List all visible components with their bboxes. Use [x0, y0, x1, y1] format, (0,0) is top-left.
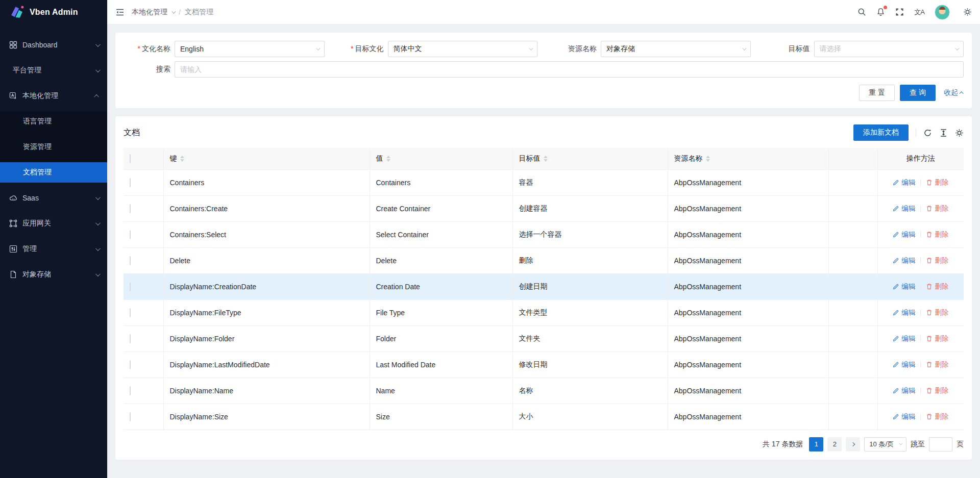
breadcrumb-parent[interactable]: 本地化管理	[132, 8, 167, 17]
reset-button[interactable]: 重 置	[859, 85, 895, 101]
row-checkbox[interactable]	[130, 308, 131, 317]
notification-bell-icon[interactable]	[876, 8, 885, 16]
table-row[interactable]: Containers Containers 容器 AbpOssManagemen…	[124, 169, 964, 195]
avatar[interactable]	[935, 5, 950, 20]
row-checkbox[interactable]	[130, 230, 131, 239]
collapse-sidebar-icon[interactable]	[115, 8, 125, 17]
cell-key: DisplayName:FileType	[163, 299, 370, 325]
row-height-icon[interactable]	[939, 129, 948, 137]
sidebar-item-label: Dashboard	[22, 41, 95, 49]
delete-link[interactable]: 删除	[926, 230, 948, 239]
row-checkbox[interactable]	[130, 360, 131, 369]
page-size-value: 10 条/页	[869, 440, 894, 449]
edit-link[interactable]: 编辑	[893, 178, 915, 187]
sidebar-item-management[interactable]: 管理	[0, 239, 107, 259]
sort-icon[interactable]	[386, 156, 390, 162]
row-checkbox[interactable]	[130, 178, 131, 187]
table-row[interactable]: DisplayName:FileType File Type 文件类型 AbpO…	[124, 299, 964, 325]
edit-link[interactable]: 编辑	[893, 282, 915, 291]
table-row[interactable]: DisplayName:LastModifiedDate Last Modifi…	[124, 351, 964, 378]
sort-icon[interactable]	[544, 156, 548, 162]
row-checkbox[interactable]	[130, 282, 131, 291]
edit-link[interactable]: 编辑	[893, 256, 915, 265]
page-button-1[interactable]: 1	[809, 437, 823, 451]
query-button[interactable]: 查 询	[900, 85, 936, 101]
table-row[interactable]: DisplayName:CreationDate Creation Date 创…	[124, 273, 964, 299]
delete-link[interactable]: 删除	[926, 386, 948, 395]
culture-select[interactable]: English	[175, 41, 325, 57]
jump-page-input[interactable]	[929, 437, 952, 451]
translate-icon[interactable]: 文A	[914, 8, 924, 17]
row-checkbox[interactable]	[130, 412, 131, 421]
page-button-2[interactable]: 2	[827, 437, 842, 451]
sliders-icon	[9, 245, 17, 253]
edit-link[interactable]: 编辑	[893, 386, 915, 395]
delete-link[interactable]: 删除	[926, 360, 948, 369]
table-settings-gear-icon[interactable]	[955, 129, 964, 137]
target-value-select[interactable]: 请选择	[814, 41, 964, 57]
table-row[interactable]: DisplayName:Size Size 大小 AbpOssManagemen…	[124, 404, 964, 430]
sidebar-item-localization[interactable]: 本地化管理	[0, 86, 107, 106]
column-header-target[interactable]: 目标值	[512, 148, 668, 169]
column-header-value[interactable]: 值	[370, 148, 512, 169]
sort-icon[interactable]	[706, 156, 710, 162]
refresh-icon[interactable]	[923, 129, 932, 137]
sidebar-item-label: 本地化管理	[22, 91, 95, 100]
row-checkbox-cell	[124, 404, 163, 430]
chevron-right-icon	[851, 442, 855, 446]
table-row[interactable]: DisplayName:Name Name 名称 AbpOssManagemen…	[124, 378, 964, 404]
sidebar-item-dashboard[interactable]: Dashboard	[0, 35, 107, 55]
pencil-icon	[893, 309, 899, 316]
trash-icon	[926, 179, 933, 186]
edit-link[interactable]: 编辑	[893, 204, 915, 213]
target-culture-field: *目标文化 简体中文	[337, 41, 538, 57]
search-input[interactable]	[175, 61, 964, 78]
delete-link[interactable]: 删除	[926, 256, 948, 265]
table-row[interactable]: Delete Delete 删除 AbpOssManagement 编辑	[124, 247, 964, 273]
edit-link[interactable]: 编辑	[893, 360, 915, 369]
delete-link[interactable]: 删除	[926, 334, 948, 343]
page-size-select[interactable]: 10 条/页	[864, 437, 906, 451]
sidebar-item-saas[interactable]: Saas	[0, 188, 107, 208]
fullscreen-icon[interactable]	[895, 8, 904, 16]
select-all-checkbox[interactable]	[130, 154, 131, 163]
sidebar-item-resource-management[interactable]: 资源管理	[0, 137, 107, 157]
edit-link[interactable]: 编辑	[893, 308, 915, 317]
column-header-resource[interactable]: 资源名称	[668, 148, 828, 169]
delete-link[interactable]: 删除	[926, 282, 948, 291]
sidebar-item-language-management[interactable]: 语言管理	[0, 111, 107, 132]
cell-value: Containers	[370, 169, 512, 195]
table-row[interactable]: Containers:Select Select Container 选择一个容…	[124, 221, 964, 247]
column-header-key[interactable]: 键	[163, 148, 370, 169]
delete-link[interactable]: 删除	[926, 308, 948, 317]
edit-link[interactable]: 编辑	[893, 230, 915, 239]
sidebar-item-gateway[interactable]: 应用网关	[0, 213, 107, 234]
gear-icon[interactable]	[963, 8, 972, 16]
cell-actions: 编辑 删除	[877, 299, 964, 325]
collapse-filter-link[interactable]: 收起	[944, 88, 964, 97]
delete-link[interactable]: 删除	[926, 412, 948, 421]
edit-link[interactable]: 编辑	[893, 334, 915, 343]
target-culture-select[interactable]: 简体中文	[388, 41, 538, 57]
row-checkbox[interactable]	[130, 204, 131, 213]
sidebar-item-label: 平台管理	[13, 66, 95, 75]
delete-link[interactable]: 删除	[926, 178, 948, 187]
logo[interactable]: Vben Admin	[0, 0, 107, 24]
row-checkbox[interactable]	[130, 256, 131, 265]
row-checkbox[interactable]	[130, 334, 131, 343]
resource-select[interactable]: 对象存储	[601, 41, 751, 57]
sidebar-item-object-storage[interactable]: 对象存储	[0, 264, 107, 285]
delete-link[interactable]: 删除	[926, 204, 948, 213]
table-row[interactable]: Containers:Create Create Container 创建容器 …	[124, 195, 964, 221]
table-row[interactable]: DisplayName:Folder Folder 文件夹 AbpOssMana…	[124, 325, 964, 351]
sidebar-item-platform[interactable]: 平台管理	[0, 60, 107, 81]
search-icon[interactable]	[857, 8, 866, 16]
cell-empty	[828, 247, 877, 273]
edit-link[interactable]: 编辑	[893, 412, 915, 421]
row-checkbox[interactable]	[130, 386, 131, 395]
next-page-button[interactable]	[846, 437, 860, 451]
sort-icon[interactable]	[180, 156, 184, 162]
sidebar-item-document-management[interactable]: 文档管理	[0, 162, 107, 183]
target-value-select-placeholder: 请选择	[820, 44, 841, 54]
add-document-button[interactable]: 添加新文档	[853, 124, 909, 141]
